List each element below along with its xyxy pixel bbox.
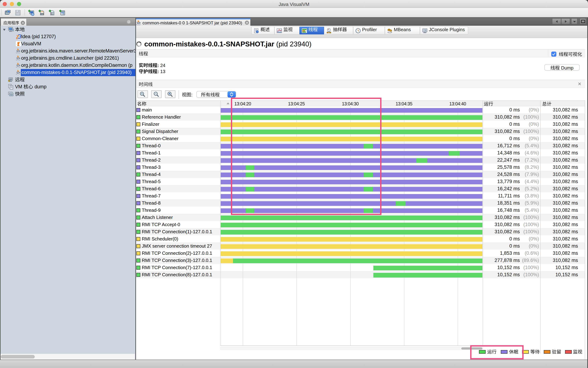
svg-text:01: 01 [51, 14, 53, 15]
svg-text:JMX: JMX [41, 13, 44, 15]
svg-text:i: i [257, 31, 257, 33]
